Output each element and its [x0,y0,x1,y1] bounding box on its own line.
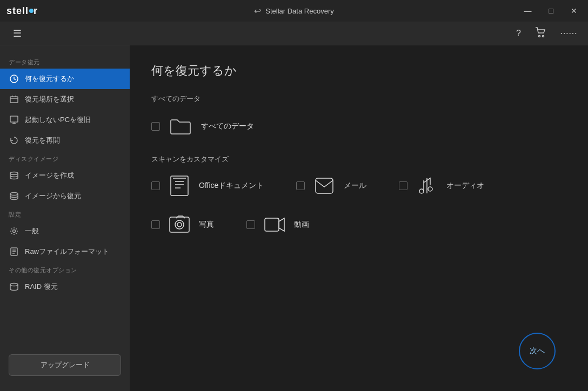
audio-label: オーディオ [446,181,484,191]
resume-icon [9,135,19,146]
svg-rect-4 [10,116,18,122]
all-data-label: すべてのデータ [201,122,254,131]
sidebar-item-recover-pc[interactable]: 起動しないPCを復旧 [0,110,130,130]
sidebar-label-general: 一般 [25,226,39,236]
sidebar-item-raw-format[interactable]: Rawファイルフォーマット [0,241,130,262]
apps-button[interactable]: ⋯⋯ [558,26,579,41]
audio-icon [414,173,440,199]
location-icon [9,94,19,105]
raw-format-icon [9,246,19,257]
svg-point-7 [13,230,16,233]
mail-checkbox[interactable] [296,181,305,190]
sidebar-section-settings: 設定 [0,206,130,221]
svg-point-6 [10,193,18,196]
main-layout: データ復元 何を復元するか [0,45,588,391]
photo-option: 写真 [151,212,214,238]
sidebar-content: データ復元 何を復元するか [0,54,130,297]
svg-rect-3 [10,97,18,103]
back-icon: ↩ [254,6,261,16]
sidebar-label-select-location: 復元場所を選択 [25,95,74,104]
maximize-button[interactable]: □ [545,4,558,17]
sidebar-item-resume-recovery[interactable]: 復元を再開 [0,130,130,151]
title-bar: stellr ↩ Stellar Data Recovery — □ ✕ [0,0,588,22]
svg-point-15 [177,223,182,227]
gear-icon [9,226,19,237]
office-label: Officeドキュメント [199,181,264,191]
raid-icon [9,281,19,292]
custom-scan-row1: Officeドキュメント メール [151,173,566,199]
svg-rect-10 [171,176,188,196]
upgrade-button[interactable]: アップグレード [9,354,121,376]
sidebar-section-disk-image: ディスクイメージ [0,151,130,165]
sidebar-section-data-recovery: データ復元 [0,54,130,69]
close-button[interactable]: ✕ [566,4,582,17]
sidebar-item-recover-image[interactable]: イメージから復元 [0,186,130,206]
svg-point-5 [10,172,18,175]
sidebar-item-raid[interactable]: RAID 復元 [0,277,130,297]
sidebar-label-resume-recovery: 復元を再開 [25,136,60,145]
office-doc-icon [166,173,192,199]
audio-checkbox[interactable] [399,181,407,190]
sidebar-section-other: その他の復元オプション [0,262,130,277]
toolbar-left: ☰ [9,25,26,42]
sidebar-label-create-image: イメージを作成 [25,171,74,180]
sidebar-label-recover-image: イメージから復元 [25,191,81,201]
disk-recover-icon [9,191,19,201]
svg-point-14 [175,220,184,229]
svg-rect-13 [170,217,189,232]
all-data-option-row: すべてのデータ [151,113,566,139]
next-button[interactable]: 次へ [519,333,556,369]
cart-button[interactable] [533,25,548,42]
svg-rect-16 [265,218,279,231]
sidebar-label-what-to-recover: 何を復元するか [25,74,74,84]
video-label: 動画 [294,220,309,230]
custom-scan-row2: 写真 動画 [151,212,566,238]
photo-label: 写真 [199,220,214,230]
video-icon [262,212,288,238]
svg-point-9 [10,284,18,286]
sidebar-label-recover-pc: 起動しないPCを復旧 [25,115,91,125]
monitor-icon [9,114,19,125]
sidebar-item-create-image[interactable]: イメージを作成 [0,165,130,186]
audio-option: オーディオ [399,173,484,199]
all-data-checkbox[interactable] [151,122,160,131]
toolbar: ☰ ? ⋯⋯ [0,22,588,45]
svg-point-0 [539,35,540,37]
video-option: 動画 [246,212,309,238]
sidebar-label-raid: RAID 復元 [25,282,58,292]
toolbar-right: ? ⋯⋯ [514,25,579,42]
mail-label: メール [344,181,366,191]
video-checkbox[interactable] [246,220,255,229]
photo-checkbox[interactable] [151,220,160,229]
sidebar-item-what-to-recover[interactable]: 何を復元するか [0,69,130,89]
custom-scan-section-label: スキャンをカスタマイズ [151,154,566,164]
sidebar-item-select-location[interactable]: 復元場所を選択 [0,89,130,110]
folder-icon [168,113,193,139]
sidebar-item-general[interactable]: 一般 [0,221,130,241]
svg-point-11 [419,189,424,193]
upgrade-section: アップグレード [0,348,130,382]
help-button[interactable]: ? [514,26,523,41]
menu-button[interactable]: ☰ [9,25,26,42]
next-button-container: 次へ [519,333,556,369]
disk-create-icon [9,170,19,181]
sidebar-label-raw-format: Rawファイルフォーマット [25,247,109,257]
sidebar: データ復元 何を復元するか [0,45,130,391]
office-option: Officeドキュメント [151,173,264,199]
title-bar-center: ↩ Stellar Data Recovery [254,6,333,16]
photo-icon [166,212,192,238]
title-bar-right: — □ ✕ [520,4,582,17]
window-title: Stellar Data Recovery [265,7,333,15]
office-checkbox[interactable] [151,181,160,190]
svg-point-12 [428,187,432,191]
mail-option: メール [296,173,366,199]
mail-icon [311,173,337,199]
title-bar-left: stellr [6,5,38,17]
content-area: 何を復元するか すべてのデータ すべてのデータ スキャンをカスタマイズ [130,45,588,391]
svg-point-1 [543,35,544,37]
page-title: 何を復元するか [151,63,566,79]
app-logo: stellr [6,5,38,17]
all-data-section-label: すべてのデータ [151,94,566,104]
minimize-button[interactable]: — [520,4,536,17]
refresh-circle-icon [9,73,19,84]
